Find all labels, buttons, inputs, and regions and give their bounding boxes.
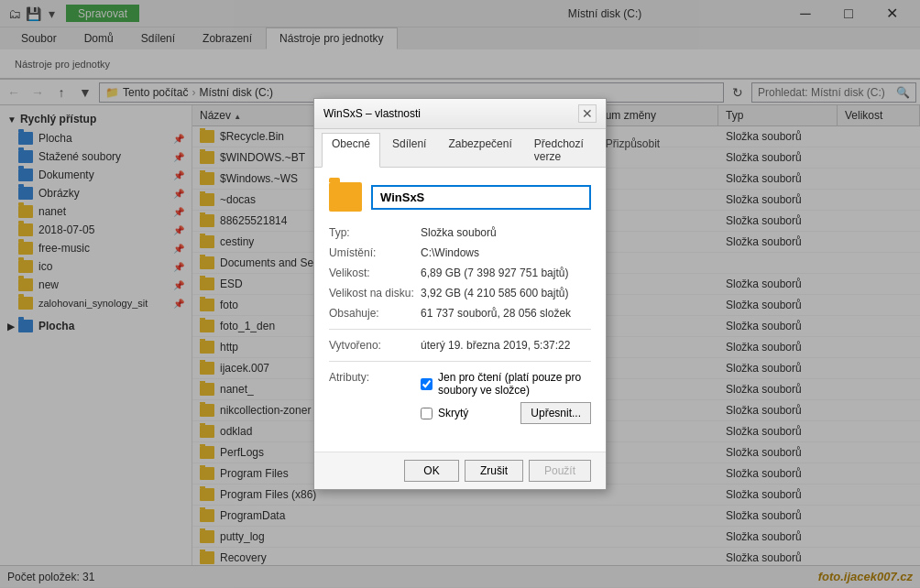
- modal-tab-predchozi[interactable]: Předchozí verze: [524, 133, 594, 167]
- modal-row-umisteni: Umístění: C:\Windows: [329, 246, 591, 259]
- value-typ: Složka souborů: [421, 226, 497, 239]
- modal-tabs: Obecné Sdílení Zabezpečení Předchozí ver…: [314, 129, 606, 168]
- atributy-checkboxes: Jen pro čtení (platí pouze pro soubory v…: [421, 371, 591, 430]
- value-velikost: 6,89 GB (7 398 927 751 bajtů): [421, 267, 568, 279]
- modal-folder-icon: [329, 182, 362, 212]
- modal-row-obsahuje: Obsahuje: 61 737 souborů, 28 056 složek: [329, 307, 591, 320]
- checkbox-jen-pro-cteni-label: Jen pro čtení (platí pouze pro soubory v…: [438, 371, 591, 397]
- value-umisteni: C:\Windows: [421, 246, 479, 259]
- apply-button[interactable]: Použít: [529, 460, 591, 482]
- modal-row-velikost: Velikost: 6,89 GB (7 398 927 751 bajtů): [329, 267, 591, 279]
- modal-tab-obecne[interactable]: Obecné: [322, 133, 380, 168]
- modal-row-atributy: Atributy: Jen pro čtení (platí pouze pro…: [329, 371, 591, 430]
- modal-title: WinSxS – vlastnosti: [323, 107, 421, 120]
- modal-tab-sdileni[interactable]: Sdílení: [382, 133, 436, 167]
- modal-close-button[interactable]: ✕: [578, 104, 597, 123]
- label-obsahuje: Obsahuje:: [329, 307, 421, 320]
- modal-tab-zabezpeceni[interactable]: Zabezpečení: [438, 133, 521, 167]
- properties-modal: WinSxS – vlastnosti ✕ Obecné Sdílení Zab…: [313, 98, 607, 490]
- folder-name-input[interactable]: [371, 185, 591, 210]
- value-disk: 3,92 GB (4 210 585 600 bajtů): [421, 287, 568, 299]
- modal-tab-prizpusobit[interactable]: Přizpůsobit: [596, 133, 670, 167]
- modal-title-bar: WinSxS – vlastnosti ✕: [314, 99, 606, 129]
- label-atributy: Atributy:: [329, 371, 421, 430]
- checkbox-skryty-input[interactable]: [421, 408, 433, 419]
- checkbox-skryty: Skrytý Upřesnit...: [421, 402, 591, 424]
- modal-folder-row: [329, 182, 591, 212]
- modal-content: Typ: Složka souborů Umístění: C:\Windows…: [314, 168, 606, 452]
- modal-footer: OK Zrušit Použít: [314, 452, 606, 489]
- checkbox-jen-pro-cteni-input[interactable]: [421, 378, 433, 390]
- label-umisteni: Umístění:: [329, 246, 421, 259]
- ok-button[interactable]: OK: [404, 460, 459, 482]
- value-vytvoreno: úterý 19. března 2019, 5:37:22: [421, 339, 570, 352]
- label-vytvoreno: Vytvořeno:: [329, 339, 421, 352]
- label-typ: Typ:: [329, 226, 421, 239]
- modal-divider2: [329, 361, 591, 362]
- cancel-button[interactable]: Zrušit: [465, 460, 523, 482]
- checkbox-jen-pro-cteni: Jen pro čtení (platí pouze pro soubory v…: [421, 371, 591, 397]
- modal-row-disk: Velikost na disku: 3,92 GB (4 210 585 60…: [329, 287, 591, 299]
- label-disk: Velikost na disku:: [329, 287, 421, 299]
- label-velikost: Velikost:: [329, 267, 421, 279]
- modal-divider: [329, 329, 591, 330]
- value-obsahuje: 61 737 souborů, 28 056 složek: [421, 307, 571, 320]
- checkbox-skryty-label: Skrytý: [438, 407, 468, 419]
- modal-overlay: WinSxS – vlastnosti ✕ Obecné Sdílení Zab…: [0, 0, 920, 588]
- modal-row-vytvoreno: Vytvořeno: úterý 19. března 2019, 5:37:2…: [329, 339, 591, 352]
- modal-row-typ: Typ: Složka souborů: [329, 226, 591, 239]
- upresit-button[interactable]: Upřesnit...: [520, 402, 591, 424]
